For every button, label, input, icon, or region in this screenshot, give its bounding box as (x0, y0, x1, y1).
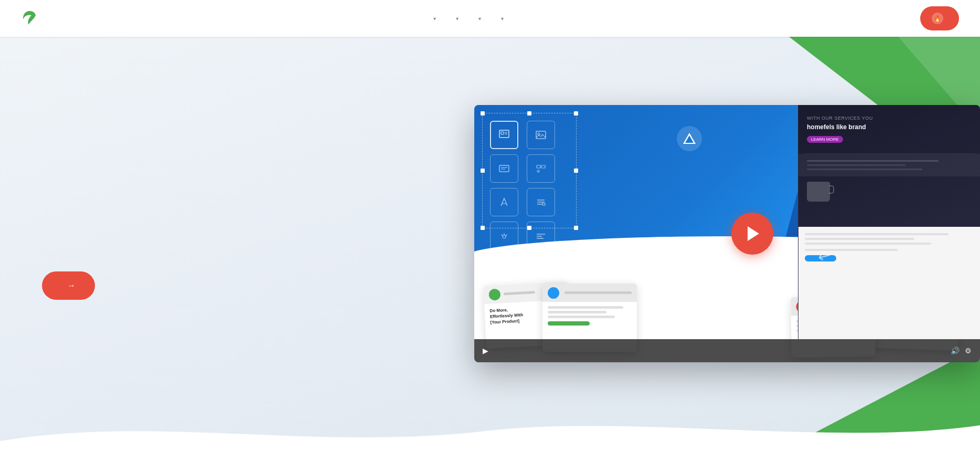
nav-item-pricing[interactable] (514, 14, 529, 23)
get-architect-button[interactable]: → (42, 271, 95, 300)
selection-handle (527, 111, 531, 116)
svg-point-11 (537, 170, 539, 172)
navbar: ▾ ▾ ▾ ▾ 🔥 (0, 0, 980, 37)
video-play-icon[interactable]: ▶ (483, 347, 488, 355)
selection-handle (574, 226, 578, 230)
chevron-down-icon: ▾ (478, 16, 481, 22)
selection-handle (481, 226, 485, 230)
selection-handle (481, 169, 485, 173)
video-controls-bar: ▶ 🔊 ⚙ (474, 339, 980, 362)
hero-wave (0, 410, 980, 451)
nav-item-learn[interactable]: ▾ (469, 12, 488, 26)
flame-icon: 🔥 (932, 13, 943, 24)
nav-item-products[interactable]: ▾ (492, 12, 511, 26)
icon-box (490, 188, 518, 216)
get-thrive-suite-button[interactable]: 🔥 (920, 6, 959, 30)
video-background: ↙ Do More,Effortlessly With[Your Product… (474, 105, 980, 362)
svg-rect-9 (537, 165, 540, 168)
selection-handle (574, 169, 578, 173)
play-button[interactable] (731, 213, 773, 255)
logo-leaf-icon (21, 10, 38, 27)
chevron-down-icon: ▾ (433, 16, 436, 22)
icon-box (490, 121, 518, 149)
selection-handle (574, 111, 578, 116)
video-right-controls: 🔊 ⚙ (951, 347, 972, 355)
thrive-architect-logo-icon (677, 126, 702, 151)
icon-box (490, 154, 518, 183)
hero-left-content: → (0, 146, 490, 342)
hero-section: → (0, 37, 980, 451)
arrow-right-icon: → (67, 281, 76, 290)
nav-links: ▾ ▾ ▾ ▾ (424, 12, 529, 26)
svg-rect-1 (501, 132, 504, 134)
selection-handle (481, 111, 485, 116)
hero-headline (42, 198, 459, 251)
svg-rect-4 (536, 131, 546, 139)
icon-box (527, 121, 555, 149)
logo[interactable] (21, 10, 41, 27)
ui-icons-grid (490, 121, 558, 250)
volume-icon[interactable]: 🔊 (951, 347, 960, 355)
icon-box (527, 188, 555, 216)
nav-item-use-cases[interactable]: ▾ (446, 12, 466, 26)
nav-item-solutions[interactable]: ▾ (424, 12, 443, 26)
svg-rect-6 (499, 165, 509, 172)
svg-marker-10 (541, 165, 545, 168)
settings-icon[interactable]: ⚙ (965, 347, 972, 355)
chevron-down-icon: ▾ (456, 16, 459, 22)
icon-box (527, 154, 555, 183)
svg-rect-16 (542, 203, 545, 205)
chevron-down-icon: ▾ (501, 16, 504, 22)
nav-right: 🔥 (912, 6, 959, 30)
video-container: ↙ Do More,Effortlessly With[Your Product… (474, 105, 980, 362)
hero-right-content: ↙ Do More,Effortlessly With[Your Product… (490, 37, 980, 451)
